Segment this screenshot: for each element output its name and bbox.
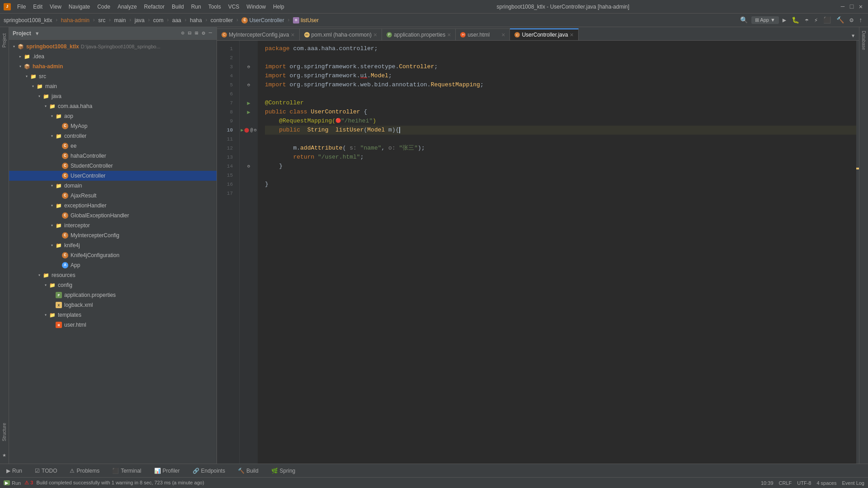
tree-expand-arrow[interactable]: ▾ (49, 113, 55, 119)
tree-item-domain[interactable]: ▾ 📁 domain (9, 181, 217, 191)
menu-run[interactable]: Run (189, 3, 204, 11)
tree-item-main[interactable]: ▾ 📁 main (9, 81, 217, 91)
tree-expand-arrow[interactable]: ▾ (36, 94, 42, 99)
settings-panel-icon[interactable]: ⚙ (201, 29, 206, 38)
build-project-icon[interactable]: 🔨 (835, 15, 846, 25)
breadcrumb-controller[interactable]: controller (211, 17, 233, 23)
bottom-tab-build[interactable]: 🔨 Build (235, 467, 261, 475)
database-tab[interactable]: Database (859, 27, 868, 54)
tree-item-templates[interactable]: ▾ 📁 templates (9, 310, 217, 320)
tree-expand-arrow[interactable]: ▾ (49, 243, 55, 248)
tree-expand-arrow[interactable]: ▾ (42, 312, 49, 318)
breadcrumb-java[interactable]: java (135, 17, 145, 23)
tab-close-user-controller[interactable]: × (570, 31, 573, 38)
menu-edit[interactable]: Edit (30, 3, 45, 11)
tree-item-myaop[interactable]: C MyAop (9, 121, 217, 131)
debug-icon[interactable]: 🐛 (790, 15, 801, 25)
project-dropdown[interactable]: ▼ (35, 31, 40, 36)
status-crlf[interactable]: CRLF (779, 480, 792, 486)
tree-item-interceptor[interactable]: ▾ 📁 interceptor (9, 221, 217, 230)
breadcrumb-main[interactable]: main (114, 17, 126, 23)
tree-item-resources[interactable]: ▾ 📁 resources (9, 270, 217, 280)
bottom-tab-problems[interactable]: ⚠ Problems (67, 467, 102, 475)
bottom-tab-endpoints[interactable]: 🔗 Endpoints (190, 467, 228, 475)
tree-item-root[interactable]: ▾ 📦 springboot1008_ktlx D:\java-Springbo… (9, 42, 217, 52)
tab-user-html[interactable]: H user.html × (456, 28, 510, 40)
vcs-icon[interactable]: ↑ (857, 16, 864, 25)
menu-file[interactable]: File (14, 3, 28, 11)
stop-icon[interactable]: ⬛ (821, 15, 833, 25)
collapse-icon[interactable]: ⊟ (187, 29, 192, 38)
tree-expand-arrow[interactable]: ▸ (17, 54, 24, 59)
tree-item-haha-controller[interactable]: C hahaController (9, 151, 217, 161)
breadcrumb-com[interactable]: com (153, 17, 164, 23)
window-controls[interactable]: ─ □ ✕ (839, 3, 864, 10)
tree-expand-arrow[interactable]: ▾ (24, 74, 30, 79)
menu-bar[interactable]: File Edit View Navigate Code Analyze Ref… (14, 3, 287, 11)
breadcrumb-module[interactable]: haha-admin (61, 17, 90, 23)
tree-expand-arrow[interactable]: ▾ (49, 223, 55, 228)
menu-code[interactable]: Code (94, 3, 113, 11)
tree-expand-arrow[interactable]: ▾ (11, 44, 17, 49)
bottom-tab-profiler[interactable]: 📊 Profiler (151, 467, 183, 475)
bottom-tab-terminal[interactable]: ⬛ Terminal (109, 467, 144, 475)
tab-application[interactable]: P application.properties × (382, 28, 456, 40)
tree-item-application-props[interactable]: P application.properties (9, 290, 217, 300)
minimize-panel-icon[interactable]: ─ (208, 29, 213, 38)
run-gutter-10[interactable]: ▶ (241, 127, 243, 133)
tree-expand-arrow[interactable]: ▾ (30, 84, 36, 89)
tree-item-user-controller[interactable]: C UserController (9, 171, 217, 181)
expand-icon[interactable]: ⊞ (194, 29, 199, 38)
tree-expand-arrow[interactable]: ▾ (49, 183, 55, 188)
status-charset[interactable]: UTF-8 (797, 480, 811, 486)
search-icon[interactable]: 🔍 (738, 15, 750, 25)
tab-user-controller[interactable]: C UserController.java × (510, 28, 578, 40)
bookmark-gutter-10[interactable]: @ (250, 128, 253, 133)
status-run-button[interactable]: ▶ Run (4, 480, 21, 486)
maximize-button[interactable]: □ (848, 3, 855, 10)
coverage-icon[interactable]: ☂ (803, 15, 810, 25)
breadcrumb-method[interactable]: listUser (301, 17, 319, 23)
sidebar-tab-favorites[interactable]: ★ (2, 446, 6, 464)
tree-item-student-controller[interactable]: C StudentController (9, 161, 217, 171)
breadcrumb-class[interactable]: UserController (249, 17, 284, 23)
run-gutter-7[interactable]: ▶ (247, 100, 250, 107)
fold-icon-3[interactable]: ⊖ (247, 64, 250, 70)
sidebar-tab-project[interactable]: Project (0, 27, 9, 54)
tree-expand-arrow[interactable]: ▾ (17, 64, 24, 69)
status-indent[interactable]: 4 spaces (816, 480, 836, 486)
menu-navigate[interactable]: Navigate (66, 3, 93, 11)
tree-item-global-exception[interactable]: C GlobalExceptionHandler (9, 211, 217, 221)
tree-item-ajax-result[interactable]: C AjaxResult (9, 191, 217, 201)
tree-item-knife4j[interactable]: ▾ 📁 knife4j (9, 240, 217, 250)
close-button[interactable]: ✕ (857, 3, 864, 10)
breadcrumb-project[interactable]: springboot1008_ktlx (4, 17, 52, 23)
sidebar-tab-structure[interactable]: Structure (0, 418, 9, 446)
menu-refactor[interactable]: Refactor (142, 3, 167, 11)
tab-close-application[interactable]: × (447, 31, 451, 38)
settings-icon[interactable]: ⚙ (848, 15, 855, 25)
run-gutter-8[interactable]: ▶ (247, 109, 250, 116)
tab-overflow-button[interactable]: ▾ (847, 31, 859, 40)
menu-analyze[interactable]: Analyze (115, 3, 140, 11)
menu-vcs[interactable]: VCS (226, 3, 242, 11)
bottom-tab-run[interactable]: ▶ Run (4, 467, 25, 475)
tree-item-intercepter-config[interactable]: C MyIntercepterConfig (9, 230, 217, 240)
fold-gutter-14[interactable]: ⊖ (247, 164, 250, 169)
breadcrumb-haha[interactable]: haha (190, 17, 202, 23)
tab-close-intercepter[interactable]: × (291, 31, 294, 38)
tree-expand-arrow[interactable]: ▾ (42, 282, 49, 288)
menu-view[interactable]: View (47, 3, 64, 11)
tree-item-package[interactable]: ▾ 📁 com.aaa.haha (9, 101, 217, 111)
tab-close-user-html[interactable]: × (501, 31, 505, 38)
tree-item-aop[interactable]: ▾ 📁 aop (9, 111, 217, 121)
breadcrumb-aaa[interactable]: aaa (172, 17, 181, 23)
tree-item-logback[interactable]: X logback.xml (9, 300, 217, 310)
tree-item-controller[interactable]: ▾ 📁 controller (9, 131, 217, 141)
tree-expand-arrow[interactable]: ▾ (42, 103, 49, 109)
menu-window[interactable]: Window (244, 3, 269, 11)
tab-pom[interactable]: m pom.xml (haha-common) × (300, 28, 382, 40)
event-log-button[interactable]: Event Log (842, 480, 864, 486)
tab-intercepter-config[interactable]: C MyIntercepterConfig.java × (217, 28, 300, 40)
tree-item-idea[interactable]: ▸ 📁 .idea (9, 52, 217, 61)
